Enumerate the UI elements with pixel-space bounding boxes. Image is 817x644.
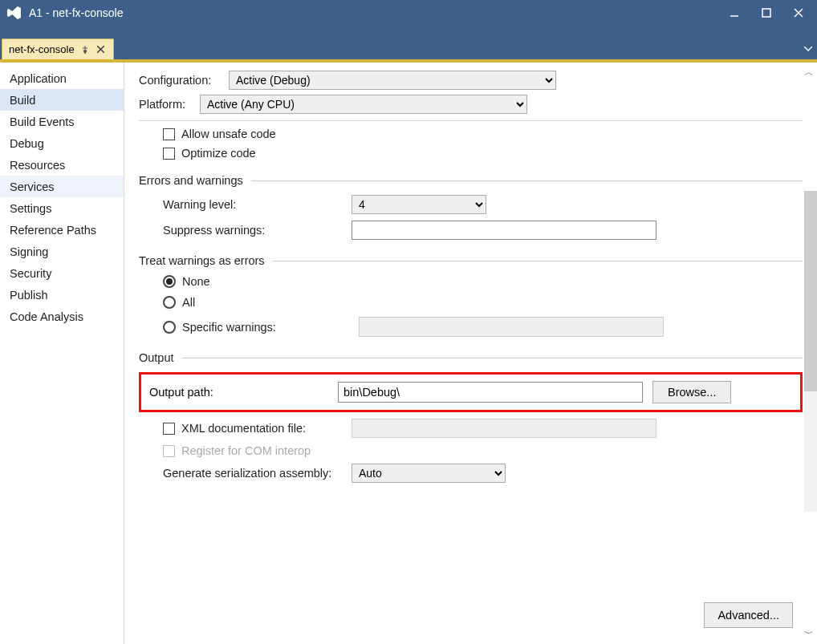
errors-section-heading: Errors and warnings	[139, 174, 243, 187]
titlebar: A1 - net-fx-console	[0, 0, 817, 26]
gen-serialization-select[interactable]: Auto	[352, 464, 506, 483]
sidebar-item-services[interactable]: Services	[0, 176, 124, 197]
sidebar-item-debug[interactable]: Debug	[0, 132, 124, 154]
configuration-select[interactable]: Active (Debug)	[229, 71, 556, 90]
scroll-up-icon[interactable]: ︿	[804, 66, 814, 79]
platform-select[interactable]: Active (Any CPU)	[200, 95, 527, 114]
sidebar-item-code-analysis[interactable]: Code Analysis	[0, 306, 124, 327]
treat-specific-label: Specific warnings:	[182, 321, 352, 334]
tab-label: net-fx-console	[9, 43, 75, 55]
minimize-button[interactable]	[722, 1, 746, 25]
document-tab-row: net-fx-console	[0, 37, 817, 59]
specific-warnings-input[interactable]	[359, 317, 664, 337]
register-com-label: Register for COM interop	[181, 444, 311, 457]
toolbar-strip	[0, 26, 817, 37]
allow-unsafe-checkbox[interactable]	[163, 128, 175, 140]
warning-level-label: Warning level:	[163, 198, 352, 211]
configuration-label: Configuration:	[139, 74, 222, 87]
xml-doc-input	[352, 419, 656, 438]
gen-serialization-label: Generate serialization assembly:	[163, 467, 352, 480]
optimize-code-checkbox[interactable]	[163, 148, 175, 160]
treat-all-radio[interactable]	[163, 296, 176, 309]
allow-unsafe-label: Allow unsafe code	[181, 128, 276, 140]
treat-specific-radio[interactable]	[163, 321, 176, 334]
browse-button[interactable]: Browse...	[652, 381, 731, 403]
optimize-code-label: Optimize code	[181, 147, 256, 160]
treat-all-label: All	[182, 296, 195, 309]
project-settings-sidebar: Application Build Build Events Debug Res…	[0, 63, 124, 644]
section-line	[273, 261, 803, 261]
sidebar-item-publish[interactable]: Publish	[0, 284, 124, 306]
output-path-label: Output path:	[149, 386, 338, 399]
output-path-input[interactable]	[338, 382, 643, 403]
sidebar-item-resources[interactable]: Resources	[0, 154, 124, 176]
tab-overflow-chevron-icon[interactable]	[804, 40, 812, 55]
maximize-button[interactable]	[754, 1, 778, 25]
treat-none-label: None	[182, 275, 210, 288]
window-buttons	[722, 1, 811, 25]
treat-none-radio[interactable]	[163, 275, 176, 288]
sidebar-item-build[interactable]: Build	[0, 89, 124, 111]
output-section-heading: Output	[139, 351, 174, 364]
platform-label: Platform:	[139, 98, 193, 111]
scrollbar-thumb[interactable]	[804, 191, 817, 391]
xml-doc-checkbox[interactable]	[163, 423, 175, 435]
close-tab-icon[interactable]	[96, 44, 107, 55]
svg-rect-1	[762, 9, 770, 17]
output-path-highlight: Output path: Browse...	[139, 372, 803, 412]
pin-icon[interactable]	[79, 44, 91, 55]
sidebar-item-reference-paths[interactable]: Reference Paths	[0, 219, 124, 241]
sidebar-item-security[interactable]: Security	[0, 262, 124, 284]
sidebar-item-settings[interactable]: Settings	[0, 197, 124, 219]
advanced-button[interactable]: Advanced...	[704, 602, 793, 628]
warning-level-select[interactable]: 4	[352, 195, 486, 214]
suppress-warnings-input[interactable]	[352, 221, 656, 240]
sidebar-item-signing[interactable]: Signing	[0, 241, 124, 262]
scroll-down-icon[interactable]: ﹀	[804, 627, 814, 641]
sidebar-item-application[interactable]: Application	[0, 67, 124, 89]
window-title: A1 - net-fx-console	[29, 6, 722, 19]
treat-warnings-heading: Treat warnings as errors	[139, 254, 265, 267]
document-tab[interactable]: net-fx-console	[2, 38, 114, 59]
divider	[139, 120, 803, 121]
close-button[interactable]	[787, 1, 811, 25]
build-settings-panel: Configuration: Active (Debug) Platform: …	[124, 63, 817, 644]
suppress-warnings-label: Suppress warnings:	[163, 224, 352, 237]
section-line	[182, 358, 803, 358]
xml-doc-label: XML documentation file:	[181, 422, 352, 435]
sidebar-item-build-events[interactable]: Build Events	[0, 111, 124, 132]
section-line	[251, 180, 803, 181]
main-area: Application Build Build Events Debug Res…	[0, 62, 817, 644]
register-com-checkbox	[163, 445, 175, 457]
vs-logo-icon	[6, 5, 22, 21]
